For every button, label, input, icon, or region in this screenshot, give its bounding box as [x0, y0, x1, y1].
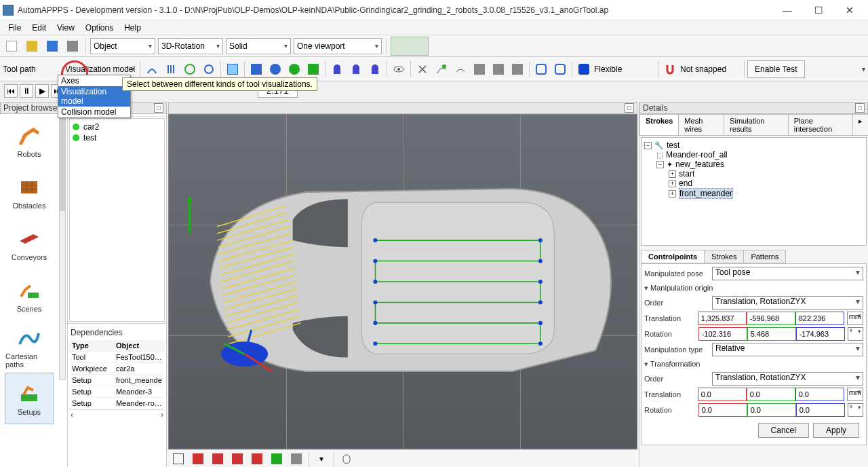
view-iso-icon[interactable]	[248, 450, 266, 468]
pointer-down-icon[interactable]: ▾	[313, 450, 330, 468]
play-button[interactable]: ▶	[35, 84, 49, 98]
strokes-tree[interactable]: −🔧 test ⬚ Meander-roof_all −✦ new_featur…	[641, 137, 867, 246]
minimize-button[interactable]: —	[772, 1, 803, 20]
snap-select[interactable]: Not snapped	[680, 64, 741, 74]
view-top-icon[interactable]	[229, 450, 246, 468]
apply-button[interactable]: Apply	[813, 423, 859, 438]
origin-ry[interactable]	[747, 327, 796, 341]
tree-node-test[interactable]: test	[73, 132, 161, 143]
pin-blue-2-icon[interactable]	[347, 60, 365, 78]
magnet-icon[interactable]	[661, 60, 679, 78]
3d-viewport[interactable]	[168, 114, 637, 449]
visualization-model-select[interactable]: Visualization model	[65, 64, 137, 74]
close-button[interactable]: ✕	[834, 1, 865, 20]
transformation-header[interactable]: Transformation	[644, 358, 863, 370]
view-side-icon[interactable]	[209, 450, 226, 468]
viewport-select[interactable]: One viewport	[294, 38, 382, 54]
rotation-select[interactable]: 3D-Rotation	[158, 38, 223, 54]
robot-blue-icon[interactable]	[248, 60, 265, 78]
link-2-icon[interactable]	[551, 60, 569, 78]
tf-rz[interactable]	[796, 403, 845, 417]
manip-type-select[interactable]: Relative	[712, 343, 863, 356]
tf-t-unit[interactable]: mm	[847, 388, 863, 401]
view-persp-icon[interactable]	[268, 450, 285, 468]
path-tool-1-icon[interactable]	[471, 60, 488, 78]
menu-help[interactable]: Help	[119, 22, 146, 34]
view-cube-icon[interactable]	[170, 450, 187, 468]
category-setups[interactable]: Setups	[5, 373, 54, 424]
origin-tz[interactable]	[795, 312, 844, 325]
tool-layers-icon[interactable]	[224, 60, 241, 78]
mode-select[interactable]: Tool path	[3, 64, 64, 74]
deps-h-scrollbar[interactable]: ‹›	[69, 409, 165, 419]
enable-test-button[interactable]: Enable Test	[747, 60, 805, 78]
origin-tx[interactable]	[698, 312, 747, 325]
category-obstacles[interactable]: Obstacles	[5, 166, 54, 218]
path-tool-2-icon[interactable]	[490, 60, 507, 78]
subtab-patterns[interactable]: Patterns	[743, 250, 786, 263]
order1-select[interactable]: Translation, RotationZYX	[712, 296, 863, 310]
tool-parallel-icon[interactable]	[162, 60, 180, 78]
save-button[interactable]	[43, 37, 61, 55]
origin-r-unit[interactable]: °	[848, 327, 863, 341]
order2-select[interactable]: Translation, RotationZYX	[712, 372, 863, 386]
pin-blue-3-icon[interactable]	[366, 60, 384, 78]
sidebar-scrollbar[interactable]	[59, 109, 66, 380]
origin-rx[interactable]	[698, 327, 747, 341]
link-1-icon[interactable]	[532, 60, 550, 78]
preview-panel-button[interactable]	[391, 37, 429, 56]
maximize-button[interactable]: ☐	[803, 1, 834, 20]
manipulated-pose-select[interactable]: Tool pose	[712, 267, 863, 280]
category-conveyors[interactable]: Conveyors	[5, 218, 54, 269]
cancel-button[interactable]: Cancel	[758, 423, 809, 438]
path-edit-icon[interactable]	[452, 60, 469, 78]
vm-option-visualization[interactable]: Visualization model	[58, 86, 130, 107]
mouse-icon[interactable]	[338, 450, 355, 468]
pin-blue-1-icon[interactable]	[328, 60, 346, 78]
tool-refresh-green-icon[interactable]	[181, 60, 199, 78]
project-tree[interactable]: car2 test	[69, 118, 165, 322]
menu-options[interactable]: Options	[80, 22, 119, 34]
tree-node-car2[interactable]: car2	[73, 122, 161, 132]
tf-tz[interactable]	[795, 388, 844, 401]
pb-collapse-button[interactable]: □	[154, 103, 163, 113]
menu-edit[interactable]: Edit	[26, 22, 52, 34]
subtab-controlpoints[interactable]: Controlpoints	[641, 250, 705, 263]
table-row[interactable]: SetupMeander-roo..	[69, 398, 165, 409]
tool-curve-icon[interactable]	[143, 60, 161, 78]
tab-plane[interactable]: Plane intersection	[788, 114, 853, 135]
category-cartesian[interactable]: Cartesian paths	[5, 321, 54, 373]
tab-mesh-wires[interactable]: Mesh wires	[678, 114, 724, 135]
view-front-icon[interactable]	[189, 450, 207, 468]
tree-sel-front-meander[interactable]: front_meander	[679, 188, 733, 199]
tf-r-unit[interactable]: °	[848, 403, 863, 417]
table-row[interactable]: ToolFesTool150mm	[69, 352, 165, 363]
robot-gear-icon[interactable]	[267, 60, 284, 78]
vm-option-axes[interactable]: Axes	[58, 75, 130, 86]
tf-rx[interactable]	[698, 403, 747, 417]
skip-back-button[interactable]: ⏮	[4, 84, 18, 98]
tf-tx[interactable]	[698, 388, 747, 401]
open-file-button[interactable]	[23, 37, 41, 55]
tab-strokes[interactable]: Strokes	[639, 114, 679, 135]
eye-icon[interactable]	[390, 60, 408, 78]
table-row[interactable]: Setupfront_meande	[69, 375, 165, 386]
path-add-icon[interactable]	[433, 60, 450, 78]
category-robots[interactable]: Robots	[5, 115, 54, 166]
robot-refresh-icon[interactable]	[304, 60, 322, 78]
category-scenes[interactable]: Scenes	[5, 269, 54, 321]
origin-ty[interactable]	[747, 312, 795, 325]
origin-rz[interactable]	[796, 327, 845, 341]
cut-icon[interactable]	[414, 60, 431, 78]
origin-t-unit[interactable]: mm	[847, 312, 863, 325]
flexible-select[interactable]: Flexible	[594, 64, 655, 74]
table-row[interactable]: SetupMeander-3	[69, 386, 165, 398]
details-close-button[interactable]: □	[855, 103, 865, 113]
robot-green-icon[interactable]	[285, 60, 303, 78]
menu-file[interactable]: File	[3, 22, 26, 34]
render-select[interactable]: Solid	[226, 38, 291, 54]
tool-spiral-icon[interactable]	[200, 60, 218, 78]
new-file-button[interactable]	[3, 37, 20, 55]
pause-button[interactable]: ⏸	[20, 84, 33, 98]
menu-view[interactable]: View	[52, 22, 80, 34]
